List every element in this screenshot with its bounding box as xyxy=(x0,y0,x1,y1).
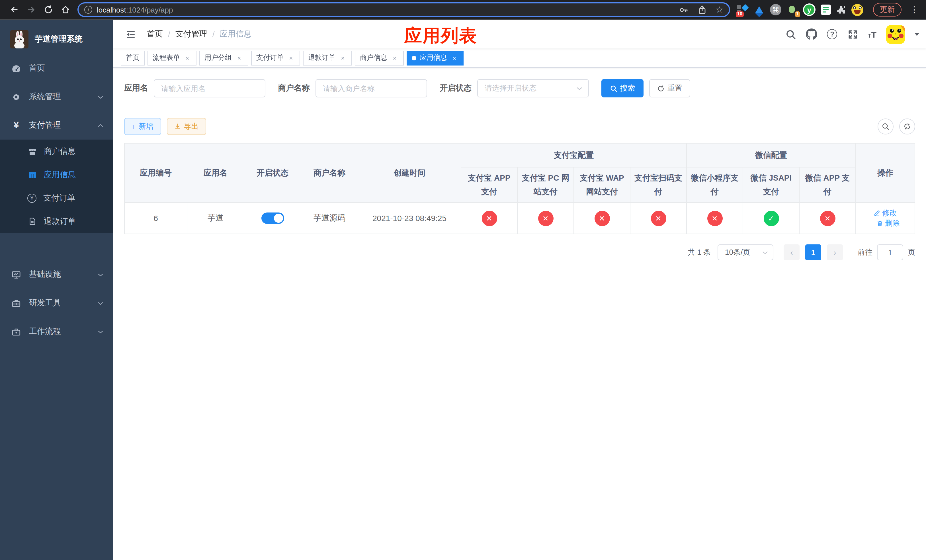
browser-home-icon[interactable] xyxy=(57,2,74,18)
sidebar-item-payment[interactable]: ¥ 支付管理 xyxy=(0,111,113,139)
sidebar-item-workflow[interactable]: 工作流程 xyxy=(0,317,113,346)
extension-command-icon[interactable]: ⌘ xyxy=(770,4,781,15)
pagination-total: 共 1 条 xyxy=(688,247,711,257)
sidebar-logo[interactable]: 芋道管理系统 xyxy=(0,24,113,54)
refresh-table-button[interactable] xyxy=(899,118,915,135)
wechat-jsapi-status-icon: ✓ xyxy=(763,210,779,226)
user-avatar[interactable] xyxy=(886,25,905,44)
sidebar-item-dev-tools[interactable]: 研发工具 xyxy=(0,289,113,317)
status-toggle[interactable] xyxy=(261,212,284,224)
col-header-actions: 操作 xyxy=(856,143,915,203)
col-header-alipay-wap: 支付宝 WAP 网站支付 xyxy=(574,167,630,203)
toolbox-icon xyxy=(11,298,21,308)
font-size-icon[interactable]: TT xyxy=(868,29,876,39)
reset-button[interactable]: 重置 xyxy=(649,79,690,97)
goto-label: 前往 xyxy=(858,247,873,257)
sidebar-item-label: 系统管理 xyxy=(29,92,61,102)
next-page-button[interactable]: › xyxy=(827,244,843,260)
monitor-chart-icon xyxy=(11,270,21,279)
breadcrumb-home[interactable]: 首页 xyxy=(147,29,163,39)
alipay-app-status-icon: ✕ xyxy=(481,210,497,226)
page-content: 应用名 商户名称 开启状态 请选择开启状态 xyxy=(113,68,926,560)
chevron-up-icon xyxy=(97,122,104,129)
tab-pay-order[interactable]: 支付订单× xyxy=(251,50,300,65)
breadcrumb-current: 应用信息 xyxy=(220,29,252,39)
profile-avatar-icon[interactable] xyxy=(851,4,863,16)
add-button[interactable]: + 新增 xyxy=(124,118,161,135)
help-icon[interactable]: ? xyxy=(827,29,837,39)
goto-page-input[interactable] xyxy=(877,244,903,260)
app-logo-image xyxy=(10,30,29,48)
edit-link[interactable]: 修改 xyxy=(874,208,897,218)
close-icon[interactable]: × xyxy=(287,54,295,62)
sidebar-item-app-info[interactable]: 应用信息 xyxy=(0,163,113,186)
col-header-created: 创建时间 xyxy=(358,143,461,203)
browser-back-icon[interactable] xyxy=(6,2,23,18)
site-info-icon[interactable]: i xyxy=(84,6,92,14)
col-header-app-name: 应用名 xyxy=(187,143,244,203)
extension-badge-count: 10 xyxy=(736,11,744,17)
status-label: 开启状态 xyxy=(440,83,472,94)
tab-merchant-info[interactable]: 商户信息× xyxy=(355,50,404,65)
sidebar-item-system[interactable]: 系统管理 xyxy=(0,83,113,111)
search-button[interactable]: 搜索 xyxy=(601,79,643,97)
chrome-update-button[interactable]: 更新 xyxy=(873,3,902,17)
prev-page-button[interactable]: ‹ xyxy=(784,244,800,260)
extension-kite-icon[interactable] xyxy=(754,4,765,15)
navbar-actions: ? TT xyxy=(785,25,919,44)
extension-docs-icon[interactable] xyxy=(821,5,831,15)
col-header-status: 开启状态 xyxy=(244,143,301,203)
close-icon[interactable]: × xyxy=(391,54,399,62)
toggle-search-button[interactable] xyxy=(878,118,894,135)
extension-tab-badge: 1 xyxy=(795,11,800,17)
share-icon[interactable] xyxy=(698,5,707,15)
avatar-caret-icon[interactable] xyxy=(915,33,919,36)
bookmark-star-icon[interactable]: ☆ xyxy=(716,5,723,15)
tab-process-form[interactable]: 流程表单× xyxy=(147,50,197,65)
sidebar-item-label: 应用信息 xyxy=(44,170,76,180)
sidebar-item-refund-order[interactable]: 退款订单 xyxy=(0,210,113,233)
col-header-app-id: 应用编号 xyxy=(124,143,187,203)
fullscreen-icon[interactable] xyxy=(847,29,858,40)
extension-pinned-icon[interactable]: 10 xyxy=(737,4,748,15)
password-key-icon[interactable] xyxy=(679,5,688,15)
dashboard-icon xyxy=(11,64,21,73)
sidebar-item-merchant-info[interactable]: 商户信息 xyxy=(0,139,113,163)
export-button[interactable]: 导出 xyxy=(166,118,206,135)
search-icon[interactable] xyxy=(785,29,796,40)
github-icon[interactable] xyxy=(806,29,817,40)
col-header-wechat-mini: 微信小程序支付 xyxy=(687,167,743,203)
browser-reload-icon[interactable] xyxy=(40,2,57,18)
chevron-down-icon xyxy=(97,328,104,335)
app-table: 应用编号 应用名 开启状态 商户名称 创建时间 支付宝配置 微信配置 操作 支付… xyxy=(124,143,915,234)
delete-link[interactable]: 删除 xyxy=(876,218,900,229)
address-bar[interactable]: i localhost:1024/pay/app ☆ xyxy=(77,2,730,17)
extensions-row: 10 ⌘ 1 y 更新 ⋮ xyxy=(737,3,918,17)
sidebar-item-infrastructure[interactable]: 基础设施 xyxy=(0,260,113,289)
close-icon[interactable]: × xyxy=(235,54,243,62)
sidebar-item-home[interactable]: 首页 xyxy=(0,54,113,83)
breadcrumb-payment[interactable]: 支付管理 xyxy=(176,29,207,39)
sidebar-collapse-icon[interactable] xyxy=(121,24,140,44)
page-size-select[interactable]: 10条/页 xyxy=(717,244,773,260)
status-select[interactable]: 请选择开启状态 xyxy=(477,79,589,97)
app-name-input[interactable] xyxy=(154,79,265,97)
col-group-wechat: 微信配置 xyxy=(687,143,856,167)
tab-refund-order[interactable]: 退款订单× xyxy=(303,50,352,65)
extensions-puzzle-icon[interactable] xyxy=(836,5,846,15)
sidebar-item-pay-order[interactable]: ¥ 支付订单 xyxy=(0,186,113,210)
extension-y-icon[interactable]: y xyxy=(803,3,816,16)
close-icon[interactable]: × xyxy=(339,54,347,62)
merchant-name-input[interactable] xyxy=(316,79,427,97)
close-icon[interactable]: × xyxy=(451,54,458,62)
close-icon[interactable]: × xyxy=(183,54,191,62)
extension-recorder-icon[interactable]: 1 xyxy=(787,4,798,15)
chrome-menu-icon[interactable]: ⋮ xyxy=(910,5,918,15)
tab-user-group[interactable]: 用户分组× xyxy=(199,50,248,65)
tab-app-info[interactable]: 应用信息× xyxy=(407,50,464,65)
tab-home[interactable]: 首页 xyxy=(121,50,145,65)
browser-forward-icon[interactable] xyxy=(23,2,40,18)
document-icon xyxy=(27,216,37,226)
yen-icon: ¥ xyxy=(11,120,21,131)
page-number-button[interactable]: 1 xyxy=(805,244,821,260)
